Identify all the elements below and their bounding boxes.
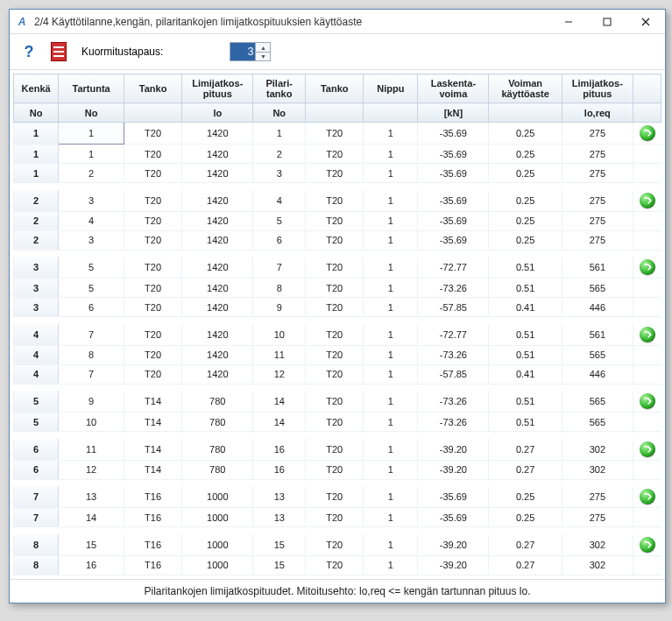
cell-pilari[interactable]: 14 xyxy=(253,413,306,432)
cell-nippu[interactable]: 1 xyxy=(364,211,418,230)
cell-tanko1[interactable]: T20 xyxy=(124,164,182,183)
cell-loreq[interactable]: 565 xyxy=(562,279,633,298)
cell-tartunta[interactable]: 3 xyxy=(59,190,124,212)
cell-kaytto[interactable]: 0.27 xyxy=(489,534,562,556)
table-row[interactable]: 714T16100013T201-35.690.25275 xyxy=(14,508,661,527)
cell-tanko1[interactable]: T20 xyxy=(124,257,182,279)
cell-kaytto[interactable]: 0.41 xyxy=(489,364,562,384)
cell-loreq[interactable]: 565 xyxy=(562,413,633,432)
cell-pilari[interactable]: 2 xyxy=(253,145,306,164)
cell-nippu[interactable]: 1 xyxy=(364,230,418,250)
status-ok-icon[interactable] xyxy=(640,259,655,275)
cell-tanko2[interactable]: T20 xyxy=(306,123,364,145)
cell-tartunta[interactable]: 13 xyxy=(59,486,124,508)
col-limijatkos-pituus[interactable]: Limijatkos- pituus xyxy=(182,74,253,103)
cell-tanko1[interactable]: T16 xyxy=(124,508,182,527)
cell-tanko1[interactable]: T20 xyxy=(124,190,182,212)
cell-loreq[interactable]: 302 xyxy=(562,555,633,575)
cell-tanko2[interactable]: T20 xyxy=(306,257,364,279)
cell-nippu[interactable]: 1 xyxy=(364,145,418,164)
col-tanko1[interactable]: Tanko xyxy=(124,74,182,103)
cell-tanko2[interactable]: T20 xyxy=(306,413,364,432)
cell-lo[interactable]: 780 xyxy=(182,439,253,461)
table-row[interactable]: 612T1478016T201-39.200.27302 xyxy=(14,460,661,479)
cell-tartunta[interactable]: 3 xyxy=(59,230,124,250)
load-case-spinner[interactable]: ▲ ▼ xyxy=(230,42,271,61)
cell-tanko2[interactable]: T20 xyxy=(306,508,364,527)
cell-tartunta[interactable]: 16 xyxy=(59,555,124,575)
cell-tanko1[interactable]: T14 xyxy=(124,439,182,461)
cell-lo[interactable]: 1420 xyxy=(182,230,253,250)
cell-pilari[interactable]: 13 xyxy=(253,508,306,527)
maximize-button[interactable] xyxy=(588,10,626,34)
cell-nippu[interactable]: 1 xyxy=(364,123,418,145)
status-ok-icon[interactable] xyxy=(640,393,655,409)
cell-tartunta[interactable]: 2 xyxy=(59,164,124,183)
cell-lo[interactable]: 1420 xyxy=(182,190,253,212)
cell-tanko2[interactable]: T20 xyxy=(306,230,364,250)
cell-tanko1[interactable]: T14 xyxy=(124,413,182,432)
cell-kaytto[interactable]: 0.51 xyxy=(489,279,562,298)
load-case-input[interactable] xyxy=(230,43,255,60)
cell-loreq[interactable]: 565 xyxy=(562,345,633,364)
cell-tartunta[interactable]: 15 xyxy=(59,534,124,556)
cell-nippu[interactable]: 1 xyxy=(364,345,418,364)
cell-lo[interactable]: 1420 xyxy=(182,145,253,164)
cell-kaytto[interactable]: 0.25 xyxy=(489,486,562,508)
cell-tartunta[interactable]: 6 xyxy=(59,298,124,317)
help-button[interactable]: ? xyxy=(17,39,41,64)
cell-kaytto[interactable]: 0.25 xyxy=(489,190,562,212)
cell-kaytto[interactable]: 0.51 xyxy=(489,257,562,279)
table-row[interactable]: 815T16100015T201-39.200.27302 xyxy=(14,534,661,556)
cell-pilari[interactable]: 6 xyxy=(253,230,306,250)
cell-voima[interactable]: -73.26 xyxy=(418,413,489,432)
cell-kaytto[interactable]: 0.51 xyxy=(489,413,562,432)
cell-tanko1[interactable]: T16 xyxy=(124,486,182,508)
cell-loreq[interactable]: 275 xyxy=(562,486,633,508)
cell-nippu[interactable]: 1 xyxy=(364,460,418,479)
cell-lo[interactable]: 1000 xyxy=(182,486,253,508)
cell-tanko2[interactable]: T20 xyxy=(306,345,364,364)
table-row[interactable]: 36T2014209T201-57.850.41446 xyxy=(14,298,661,317)
cell-tartunta[interactable]: 14 xyxy=(59,508,124,527)
cell-pilari[interactable]: 9 xyxy=(253,298,306,317)
cell-lo[interactable]: 1420 xyxy=(182,164,253,183)
cell-tartunta[interactable]: 8 xyxy=(59,345,124,364)
close-button[interactable] xyxy=(626,10,665,34)
cell-kaytto[interactable]: 0.25 xyxy=(489,145,562,164)
cell-voima[interactable]: -39.20 xyxy=(418,534,489,556)
spinner-up-button[interactable]: ▲ xyxy=(256,43,270,52)
cell-voima[interactable]: -72.77 xyxy=(418,257,489,279)
cell-loreq[interactable]: 275 xyxy=(562,164,633,183)
table-row[interactable]: 713T16100013T201-35.690.25275 xyxy=(14,486,661,508)
cell-pilari[interactable]: 13 xyxy=(253,486,306,508)
cell-pilari[interactable]: 14 xyxy=(253,391,306,413)
cell-lo[interactable]: 1000 xyxy=(182,555,253,575)
cell-nippu[interactable]: 1 xyxy=(364,257,418,279)
cell-lo[interactable]: 1000 xyxy=(182,534,253,556)
status-ok-icon[interactable] xyxy=(640,193,655,208)
cell-nippu[interactable]: 1 xyxy=(364,439,418,461)
col-tartunta[interactable]: Tartunta xyxy=(59,74,124,103)
cell-kaytto[interactable]: 0.51 xyxy=(489,345,562,364)
cell-tartunta[interactable]: 7 xyxy=(59,364,124,384)
cell-kaytto[interactable]: 0.27 xyxy=(489,460,562,479)
cell-voima[interactable]: -35.69 xyxy=(418,486,489,508)
col-laskenta-voima[interactable]: Laskenta- voima xyxy=(418,74,489,103)
table-row[interactable]: 35T2014207T201-72.770.51561 xyxy=(14,257,661,279)
cell-pilari[interactable]: 5 xyxy=(253,211,306,230)
table-row[interactable]: 24T2014205T201-35.690.25275 xyxy=(14,211,661,230)
cell-pilari[interactable]: 15 xyxy=(253,555,306,575)
cell-voima[interactable]: -39.20 xyxy=(418,439,489,461)
cell-kaytto[interactable]: 0.25 xyxy=(489,508,562,527)
cell-nippu[interactable]: 1 xyxy=(364,164,418,183)
cell-loreq[interactable]: 275 xyxy=(562,211,633,230)
cell-lo[interactable]: 1420 xyxy=(182,298,253,317)
cell-nippu[interactable]: 1 xyxy=(364,298,418,317)
cell-pilari[interactable]: 16 xyxy=(253,460,306,479)
cell-voima[interactable]: -39.20 xyxy=(418,460,489,479)
cell-tanko2[interactable]: T20 xyxy=(306,298,364,317)
cell-tanko1[interactable]: T20 xyxy=(124,345,182,364)
cell-tanko1[interactable]: T20 xyxy=(124,324,182,346)
cell-tartunta[interactable]: 10 xyxy=(59,413,124,432)
